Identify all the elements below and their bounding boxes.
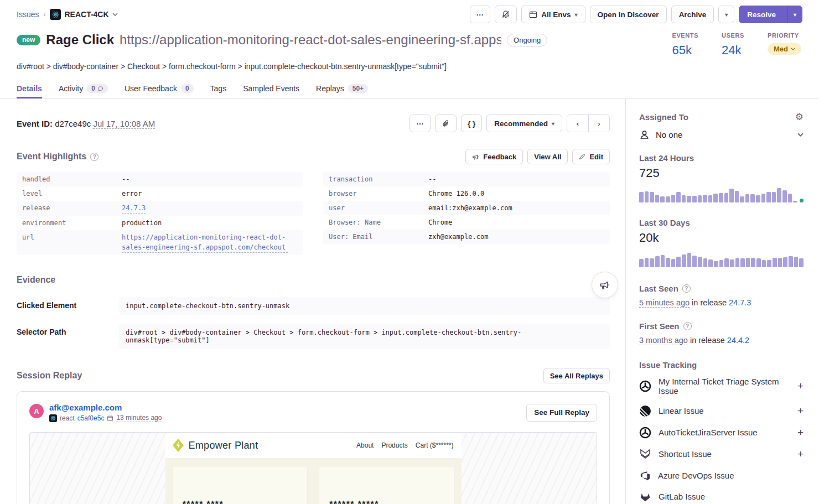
view-all-button[interactable]: View All — [527, 149, 568, 164]
clicked-element-label: Clicked Element — [17, 297, 119, 310]
users-count-link[interactable]: 24k — [722, 43, 744, 58]
help-icon[interactable]: ? — [682, 284, 691, 293]
new-badge: new — [17, 35, 40, 45]
react-project-icon — [50, 9, 61, 20]
resolve-label[interactable]: Resolve — [739, 6, 784, 23]
bell-slash-icon — [501, 10, 510, 19]
chevron-down-icon: ▾ — [575, 12, 578, 18]
add-issue-button[interactable]: + — [797, 427, 804, 438]
tab-activity[interactable]: Activity 0 — [59, 81, 108, 98]
list-item[interactable]: Azure DevOps Issue — [639, 465, 804, 486]
react-project-icon — [49, 414, 57, 422]
assignee-dropdown[interactable]: No one — [639, 129, 804, 140]
add-issue-button[interactable]: + — [797, 406, 804, 416]
event-json-button[interactable]: { } — [461, 115, 482, 132]
first-seen-release-link[interactable]: 24.4.2 — [727, 336, 749, 345]
clicked-element-value: input.complete-checkout-btn.sentry-unmas… — [119, 297, 610, 315]
issue-stats: EVENTS 65k USERS 24k PRIORITY Med — [672, 32, 802, 58]
replay-preview[interactable]: Empower Plant About Products Cart ($****… — [29, 432, 597, 504]
list-item[interactable]: GitLab Issue — [639, 486, 804, 504]
priority-dropdown[interactable]: Med — [768, 43, 801, 55]
chevron-down-icon — [791, 48, 795, 50]
resolve-dropdown-button[interactable]: ▾ — [787, 6, 802, 23]
top-bar: Issues › REACT-4CK ··· All Envs ▾ Open i… — [0, 0, 819, 23]
next-event-button[interactable]: › — [588, 115, 609, 132]
event-id-label: Event ID: — [17, 119, 53, 128]
tab-replays[interactable]: Replays 50+ — [316, 81, 368, 98]
resolve-button[interactable]: Resolve ▾ — [739, 6, 802, 23]
linear-icon — [639, 405, 651, 417]
chevron-down-icon — [797, 133, 804, 137]
issue-title: Rage Click — [46, 32, 114, 48]
issue-tracking-title: Issue Tracking — [639, 360, 804, 370]
table-row: handled-- — [17, 172, 303, 186]
help-icon[interactable]: ? — [683, 322, 692, 330]
tab-sampled-events[interactable]: Sampled Events — [243, 81, 299, 98]
site-nav-about[interactable]: About — [356, 441, 374, 449]
event-more-button[interactable]: ··· — [409, 115, 431, 132]
environment-filter-button[interactable]: All Envs ▾ — [521, 6, 585, 23]
table-row: User: Emailzxh@example.com — [323, 230, 610, 244]
event-link-button[interactable] — [435, 115, 457, 132]
ticket-icon — [639, 427, 651, 439]
list-item[interactable]: AutoTicketJiraServer Issue + — [639, 422, 804, 443]
issue-header: new Rage Click https://application-monit… — [0, 23, 819, 71]
replays-count-badge: 50+ — [348, 84, 368, 93]
site-nav-products[interactable]: Products — [381, 441, 407, 449]
comment-bubble-icon — [97, 86, 103, 92]
last-seen-time[interactable]: 5 minutes ago — [639, 298, 690, 308]
list-item[interactable]: Shortcut Issue + — [639, 443, 804, 465]
replay-user-link[interactable]: afk@example.com — [49, 403, 162, 412]
feedback-button[interactable]: Feedback — [465, 149, 523, 164]
event-id-line: Event ID: d27ce49c Jul 17, 10:08 AM — [17, 119, 155, 128]
last-seen-value: 5 minutes ago in release 24.7.3 — [639, 298, 804, 307]
calendar-icon — [107, 415, 113, 422]
last-seen-release-link[interactable]: 24.7.3 — [729, 298, 751, 307]
site-nav-cart[interactable]: Cart ($******) — [416, 441, 454, 449]
gear-icon[interactable]: ⚙ — [795, 112, 804, 122]
see-all-replays-button[interactable]: See All Replays — [543, 368, 610, 383]
highlights-table-left: handled-- levelerror release24.7.3 envir… — [17, 172, 303, 255]
events-count-link[interactable]: 65k — [672, 43, 698, 58]
feedback-fab-button[interactable] — [592, 272, 618, 298]
table-row: environmentproduction — [17, 216, 303, 230]
archive-button[interactable]: Archive — [671, 6, 714, 23]
mute-alerts-button[interactable] — [495, 6, 517, 23]
edit-button[interactable]: Edit — [572, 149, 610, 164]
breadcrumb-issues-link[interactable]: Issues — [17, 10, 39, 19]
masked-product-title: ****** ***** — [329, 499, 444, 504]
tab-user-feedback[interactable]: User Feedback 0 — [125, 81, 194, 98]
list-item[interactable]: My Internal Ticket Triage System Issue + — [639, 372, 804, 400]
users-label: USERS — [722, 32, 744, 39]
previous-event-button[interactable]: ‹ — [567, 115, 588, 132]
release-link[interactable]: 24.7.3 — [122, 203, 146, 214]
url-link[interactable]: https://application-monitoring-react-dot… — [122, 232, 288, 253]
site-nav: About Products Cart ($******) — [356, 441, 453, 449]
open-in-discover-button[interactable]: Open in Discover — [590, 6, 667, 23]
event-sort-dropdown[interactable]: Recommended ▾ — [486, 115, 562, 132]
add-issue-button[interactable]: + — [797, 449, 804, 459]
help-icon[interactable]: ? — [90, 153, 99, 161]
assigned-to-title: Assigned To — [639, 112, 688, 122]
replay-id-link[interactable]: c5af0e5c — [77, 414, 105, 422]
project-name: REACT-4CK — [64, 10, 108, 19]
project-selector[interactable]: REACT-4CK — [50, 9, 117, 20]
product-card: ***** **** *** **** **** *** ******* Add… — [173, 467, 308, 504]
assignee-value: No one — [656, 130, 682, 139]
masked-product-title: ***** **** — [183, 499, 298, 504]
archive-dropdown-button[interactable]: ▾ — [718, 6, 734, 23]
table-row: Browser: NameChrome — [323, 215, 610, 230]
tab-details[interactable]: Details — [17, 81, 42, 98]
more-options-button[interactable]: ··· — [470, 6, 491, 23]
first-seen-time[interactable]: 3 months ago — [639, 336, 688, 345]
list-item[interactable]: Linear Issue + — [639, 400, 804, 422]
see-full-replay-button[interactable]: See Full Replay — [526, 404, 597, 422]
event-highlights-title: Event Highlights ? — [17, 152, 99, 162]
last-30d-chart — [639, 251, 804, 267]
tab-tags[interactable]: Tags — [210, 81, 227, 98]
add-issue-button[interactable]: + — [797, 381, 804, 391]
issue-url: https://application-monitoring-react-dot… — [120, 32, 501, 48]
replay-time-ago[interactable]: 13 minutes ago — [116, 414, 162, 422]
last-24h-chart — [639, 186, 804, 202]
event-timestamp[interactable]: Jul 17, 10:08 AM — [93, 119, 155, 129]
